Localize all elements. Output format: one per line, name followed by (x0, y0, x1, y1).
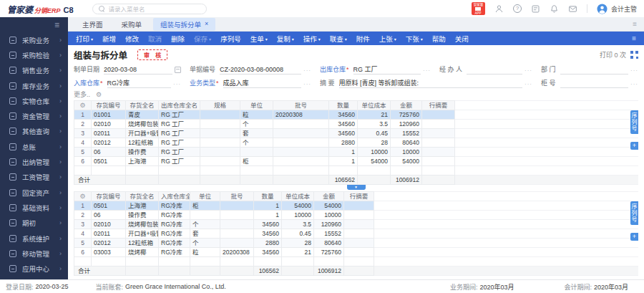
inbound-col-header-5[interactable]: 数量 (254, 192, 282, 201)
out-warehouse-input[interactable]: RG 工厂 (353, 65, 421, 75)
outbound-col-header-9[interactable]: 行摘要 (422, 101, 455, 110)
outbound-panel-expand-button[interactable]: + (630, 142, 638, 150)
toolbar-delete-button[interactable]: 删除 (171, 34, 185, 44)
tab-main[interactable]: 主界面 (75, 18, 110, 31)
outbound-serial-number-panel-tab[interactable]: 序列号 (630, 110, 638, 134)
inbound-panel-expand-button[interactable]: + (630, 233, 638, 241)
outbound-col-header-8[interactable]: 金额 (391, 101, 422, 110)
sidebar-item-physical-warehouse[interactable]: 实物仓库› (0, 93, 68, 108)
sidebar-item-mobile[interactable]: 移动管理› (0, 246, 68, 261)
outbound-table-row[interactable]: 302011开口器+吸管RG 工厂套345600.4515552 (74, 129, 639, 138)
toolbar-generate-button[interactable]: 生单▾ (250, 34, 268, 44)
inbound-table-row[interactable]: 10501上海港RG冷库柜15400054000 (74, 201, 639, 211)
tab-close-icon[interactable]: × (205, 21, 208, 27)
form-settings-gear-icon[interactable]: ⚙ (96, 91, 102, 98)
handler-input[interactable] (467, 65, 522, 75)
outbound-col-header-7[interactable]: 单位成本 (358, 101, 391, 110)
sidebar-collapse-icon[interactable]: ≡ (54, 20, 59, 30)
sidebar-item-general-ledger[interactable]: 总账› (0, 139, 68, 154)
user-menu[interactable]: 会计主管 (597, 4, 637, 14)
ellipsis-lookup-icon[interactable]: ··· (303, 67, 311, 75)
cabinet-no-input[interactable] (560, 79, 628, 88)
sidebar-item-system-maintenance[interactable]: 系统维护› (0, 231, 68, 246)
outbound-table-row[interactable]: 101001青皮RG 工厂粒202003083456021725760 (74, 110, 639, 120)
support-agent-icon[interactable] (494, 4, 504, 14)
mail-icon[interactable] (568, 4, 577, 14)
outbound-table-row[interactable]: 506操作费RG 工厂11000010000 (74, 148, 639, 157)
help-icon[interactable]: ? (513, 4, 522, 13)
inbound-col-header-8[interactable]: 行摘要 (344, 192, 374, 201)
inbound-table-row[interactable]: 50201212粒纸箱RG冷库个28802880640 (74, 239, 639, 248)
doc-no-input[interactable]: CZ-2020-03-08-00008 (220, 65, 301, 75)
toolbar-close-button[interactable]: 关闭 (455, 34, 469, 44)
toolbar-new-button[interactable]: 新增 (102, 34, 116, 44)
tab-purchase-order[interactable]: 采购单 (114, 18, 150, 31)
toolbar-copy-button[interactable]: 复制▾ (277, 34, 294, 44)
inbound-col-header-4[interactable]: 批号 (220, 192, 254, 201)
sidebar-item-base-data[interactable]: 基础资料› (0, 200, 68, 215)
doc-qr-icon[interactable] (630, 51, 638, 59)
toolbar-help-button[interactable]: 帮助 (432, 34, 446, 44)
outbound-col-header-2[interactable]: 出库仓库全名 (159, 101, 200, 110)
toolbar-link-query-button[interactable]: 联查▾ (330, 34, 347, 44)
splitter-collapse-button[interactable]: ▼ (347, 185, 366, 190)
sidebar-item-initial[interactable]: 期初› (0, 216, 68, 231)
sidebar-item-payroll[interactable]: 工资管理› (0, 170, 68, 185)
toolbar-prev-button[interactable]: 上张▾ (379, 34, 396, 44)
more-fields-link[interactable]: 更多.. (74, 90, 90, 99)
inbound-col-header-1[interactable]: 存货全名 (126, 192, 159, 201)
sidebar-item-inventory[interactable]: 库存业务› (0, 78, 68, 93)
inbound-serial-number-panel-tab[interactable]: 序列号 (630, 201, 638, 225)
sidebar-item-cashier[interactable]: 出纳管理› (0, 154, 68, 169)
toolbar-operation-button[interactable]: 操作▾ (303, 34, 321, 44)
outbound-col-header-0[interactable]: 存货编号 (92, 101, 126, 110)
inbound-col-header-3[interactable]: 单位 (190, 192, 220, 201)
outbound-col-header-4[interactable]: 单位 (240, 101, 273, 110)
sidebar-item-purchase-inspection[interactable]: 采购检验› (0, 47, 68, 62)
sidebar-item-purchase[interactable]: 采购业务› (0, 32, 68, 47)
toolbar-serial-no-button[interactable]: 序列号 (220, 34, 241, 44)
toolbar-modify-button[interactable]: 修改 (125, 34, 139, 44)
outbound-col-header-3[interactable]: 规格 (200, 101, 240, 110)
sidebar-item-fixed-assets[interactable]: 固定资产› (0, 185, 68, 200)
inbound-col-header-0[interactable]: 存货编号 (92, 192, 126, 201)
sidebar-item-app-center[interactable]: 应用中心› (0, 261, 68, 276)
sidebar-item-funds[interactable]: 资金管理› (0, 108, 68, 123)
inbound-table-row[interactable]: 603003烧烤椰RG冷库粒202003083456021725760 (74, 248, 639, 257)
tab-list-icon[interactable]: ≡ (633, 20, 644, 28)
ellipsis-lookup-icon[interactable]: ··· (525, 81, 532, 88)
summary-input[interactable]: 用原料 [青皮] 等拆卸或组装: (339, 79, 522, 88)
notification-bell-icon[interactable] (550, 4, 559, 14)
sidebar-item-other-query[interactable]: 其他查询› (0, 124, 68, 139)
toolbar-next-button[interactable]: 下张▾ (406, 34, 423, 44)
grid-settings-gear-icon[interactable]: ⚙ (79, 193, 85, 200)
inbound-table-row[interactable]: 302010烧烤椰包装袋RG冷库个345603.5120960 (74, 220, 639, 229)
grid-settings-gear-icon[interactable]: ⚙ (79, 102, 85, 109)
in-warehouse-input[interactable]: RG冷库 (107, 79, 171, 88)
calendar-icon[interactable] (175, 67, 181, 73)
inbound-col-header-7[interactable]: 金额 (314, 192, 344, 201)
outbound-col-header-1[interactable]: 存货全名 (126, 101, 159, 110)
outbound-table-row[interactable]: 60501上海港RG 工厂柜15400054000 (74, 157, 639, 166)
sidebar-item-sales[interactable]: 销售业务› (0, 63, 68, 78)
ellipsis-lookup-icon[interactable]: ··· (630, 81, 638, 88)
inbound-table-row[interactable]: 206操作费RG冷库11000010000 (74, 211, 639, 220)
menu-search-input[interactable]: 请录入菜单名 (92, 4, 207, 14)
toolbar-print-button[interactable]: 打印▾ (76, 34, 93, 44)
doc-date-input[interactable]: 2020-03-08 (104, 65, 172, 75)
inbound-col-header-6[interactable]: 单位成本 (282, 192, 314, 201)
tab-assembly-split[interactable]: 组装与拆分单× (153, 18, 215, 31)
ellipsis-lookup-icon[interactable]: ··· (525, 67, 532, 75)
ellipsis-lookup-icon[interactable]: ··· (173, 81, 181, 88)
app-qr-badge[interactable]: 管家婆 APP (472, 2, 485, 15)
inbound-col-header-2[interactable]: 入库仓库全名 (159, 192, 190, 201)
outbound-col-header-5[interactable]: 批号 (273, 101, 329, 110)
ellipsis-lookup-icon[interactable]: ··· (423, 67, 431, 75)
biz-type-input[interactable]: 成品入库 (223, 79, 301, 88)
ellipsis-lookup-icon[interactable]: ··· (303, 81, 311, 88)
outbound-table-row[interactable]: 40201212粒纸箱RG 工厂个28802880640 (74, 138, 639, 148)
feedback-note-icon[interactable] (531, 4, 540, 14)
toolbar-attachment-button[interactable]: 附件 (356, 34, 370, 44)
toolbar-more-icon[interactable]: ≡ (632, 34, 636, 42)
outbound-col-header-6[interactable]: 数量 (329, 101, 358, 110)
